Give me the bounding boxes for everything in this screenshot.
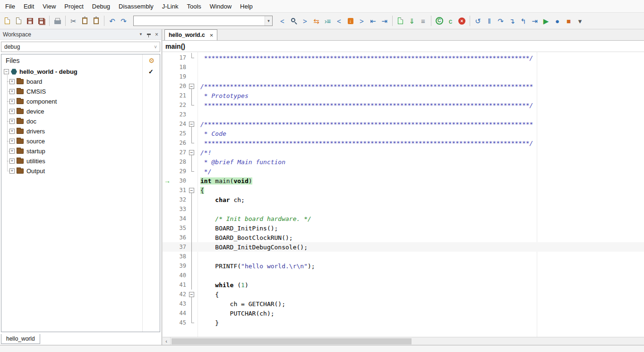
code-line-32[interactable]: 32 char ch; — [163, 195, 644, 204]
menu-tools[interactable]: Tools — [182, 1, 205, 12]
save-all-icon[interactable] — [36, 15, 47, 27]
line-number[interactable]: 27 — [172, 149, 186, 156]
debug-without-downloading-icon[interactable]: c — [445, 15, 456, 27]
code-line-23[interactable]: 23 — [163, 110, 644, 119]
previous-bookmark-icon[interactable]: < — [334, 15, 344, 27]
find-combo-dropdown-icon[interactable]: ▾ — [265, 16, 272, 26]
menu-file[interactable]: File — [1, 1, 19, 12]
compile-icon[interactable] — [395, 15, 406, 27]
line-number[interactable]: 18 — [172, 64, 186, 70]
expand-icon[interactable]: + — [9, 149, 15, 154]
menu-project[interactable]: Project — [60, 1, 87, 12]
tree-item-output[interactable]: +Output — [1, 166, 160, 176]
menu-j-link[interactable]: J-Link — [158, 1, 183, 12]
break-icon[interactable]: ‖ — [484, 15, 495, 27]
line-number[interactable]: 38 — [172, 253, 186, 260]
expand-icon[interactable]: + — [9, 89, 15, 94]
line-number[interactable]: 36 — [172, 234, 186, 241]
expand-icon[interactable]: + — [9, 129, 15, 134]
horizontal-scrollbar[interactable]: ‹ — [163, 337, 644, 345]
reset-icon[interactable]: ↺ — [472, 15, 483, 27]
go-icon[interactable]: ▶ — [541, 15, 551, 27]
line-number[interactable]: 42 — [172, 291, 186, 298]
code-line-39[interactable]: 39 PRINTF("hello world.\r\n"); — [163, 261, 644, 271]
find-next-icon[interactable]: > — [300, 15, 310, 27]
stop-build-icon[interactable]: × — [456, 15, 467, 27]
toggle-bookmark-icon[interactable]: ↓ — [345, 15, 356, 27]
line-number[interactable]: 43 — [172, 300, 186, 307]
cut-icon[interactable]: ✂ — [68, 15, 79, 27]
step-over-icon[interactable]: ↷ — [495, 15, 506, 27]
menu-window[interactable]: Window — [206, 1, 236, 12]
editor-tab-hello-world[interactable]: hello_world.c × — [164, 29, 217, 40]
code-line-31[interactable]: 31−{ — [163, 185, 644, 195]
context-function-bar[interactable]: main() — [163, 41, 644, 52]
line-number[interactable]: 34 — [172, 215, 186, 222]
next-bookmark-icon[interactable]: > — [356, 15, 367, 27]
code-line-45[interactable]: 45 } — [163, 318, 644, 327]
menu-view[interactable]: View — [38, 1, 60, 12]
find-previous-icon[interactable]: < — [277, 15, 288, 27]
line-number[interactable]: 24 — [172, 121, 186, 127]
tree-item-doc[interactable]: +doc — [1, 116, 160, 126]
menu-help[interactable]: Help — [236, 1, 257, 12]
go-to-icon[interactable]: ›≡ — [322, 15, 333, 27]
code-line-18[interactable]: 18 — [163, 62, 644, 72]
line-number[interactable]: 32 — [172, 196, 186, 203]
open-file-icon[interactable] — [13, 15, 24, 27]
make-icon[interactable]: ⇓ — [406, 15, 417, 27]
code-line-25[interactable]: 25 * Code — [163, 129, 644, 138]
line-number[interactable]: 45 — [172, 319, 186, 326]
menu-disassembly[interactable]: Disassembly — [114, 1, 158, 12]
code-line-20[interactable]: 20−/************************************… — [163, 81, 644, 91]
code-area[interactable]: 17 *************************************… — [163, 52, 644, 337]
tree-item-source[interactable]: +source — [1, 136, 160, 146]
scrollbar-thumb[interactable] — [172, 338, 412, 344]
fold-collapse-icon[interactable]: − — [186, 119, 197, 129]
code-line-29[interactable]: 29 */ — [163, 167, 644, 176]
code-line-42[interactable]: 42− { — [163, 290, 644, 299]
line-number[interactable]: 28 — [172, 158, 186, 165]
step-out-icon[interactable]: ↰ — [518, 15, 529, 27]
line-number[interactable]: 17 — [172, 54, 186, 61]
tree-item-board[interactable]: +board — [1, 77, 160, 87]
next-statement-icon[interactable]: ⇥ — [529, 15, 540, 27]
fold-collapse-icon[interactable]: − — [186, 81, 197, 91]
close-panel-icon[interactable]: × — [155, 32, 158, 37]
menu-edit[interactable]: Edit — [19, 1, 38, 12]
code-line-41[interactable]: 41 while (1) — [163, 280, 644, 290]
line-number[interactable]: 26 — [172, 140, 186, 146]
code-line-28[interactable]: 28 * @brief Main function — [163, 157, 644, 167]
print-icon[interactable] — [52, 15, 63, 27]
line-number[interactable]: 29 — [172, 168, 186, 175]
undo-icon[interactable]: ↶ — [107, 15, 118, 27]
fold-collapse-icon[interactable]: − — [186, 290, 197, 299]
workspace-bottom-tab[interactable]: hello_world — [1, 334, 40, 344]
fold-collapse-icon[interactable]: − — [186, 148, 197, 157]
stop-debugging-icon[interactable]: ■ — [563, 15, 574, 27]
expand-icon[interactable]: + — [9, 109, 15, 114]
line-number[interactable]: 23 — [172, 111, 186, 118]
line-number[interactable]: 20 — [172, 83, 186, 89]
code-line-33[interactable]: 33 — [163, 204, 644, 214]
expand-icon[interactable]: + — [9, 158, 15, 164]
code-line-27[interactable]: 27−/*! — [163, 148, 644, 157]
line-number[interactable]: 21 — [172, 92, 186, 99]
collapse-icon[interactable]: − — [4, 69, 9, 74]
pin-icon[interactable] — [147, 34, 151, 35]
expand-icon[interactable]: + — [9, 119, 15, 124]
break-all-icon[interactable]: ● — [552, 15, 563, 27]
code-line-19[interactable]: 19 — [163, 72, 644, 81]
line-number[interactable]: 39 — [172, 263, 186, 269]
gear-icon[interactable]: ⚙ — [148, 57, 155, 64]
close-tab-icon[interactable]: × — [210, 32, 214, 38]
find-icon[interactable] — [288, 15, 299, 27]
line-number[interactable]: 35 — [172, 225, 186, 231]
code-line-40[interactable]: 40 — [163, 271, 644, 280]
tree-item-component[interactable]: +component — [1, 97, 160, 106]
configuration-dropdown[interactable]: debug ˅ — [1, 42, 160, 52]
line-number[interactable]: 41 — [172, 282, 186, 288]
line-number[interactable]: 25 — [172, 130, 186, 137]
step-into-icon[interactable]: ↴ — [507, 15, 517, 27]
code-line-36[interactable]: 36 BOARD_BootClockRUN(); — [163, 233, 644, 242]
